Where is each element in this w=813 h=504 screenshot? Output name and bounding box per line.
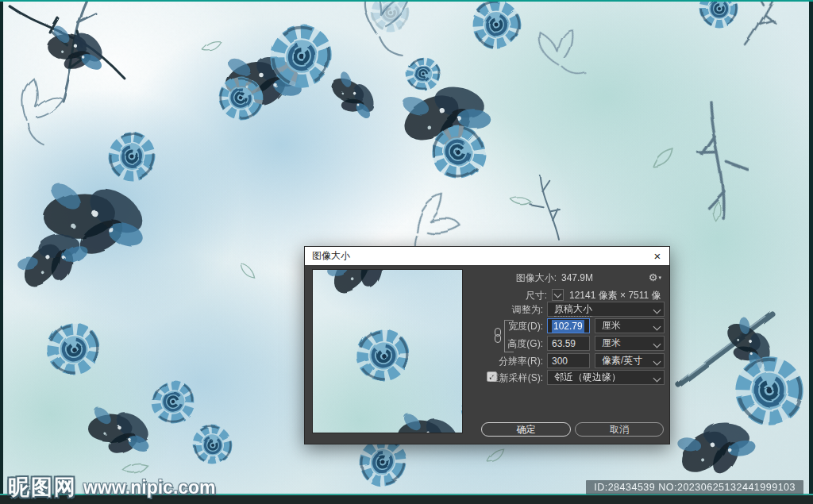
fit-to-label: 调整为: bbox=[424, 302, 543, 317]
chevron-down-icon bbox=[554, 290, 562, 298]
resolution-label: 分辨率(R): bbox=[424, 354, 543, 368]
resolution-unit-select[interactable]: 像素/英寸 bbox=[595, 353, 665, 368]
width-unit-value: 厘米 bbox=[602, 319, 621, 333]
resolution-unit-value: 像素/英寸 bbox=[602, 354, 642, 367]
dialog-titlebar[interactable]: 图像大小 × bbox=[305, 247, 669, 265]
width-value: 102.79 bbox=[552, 320, 584, 333]
dimensions-chevron-button[interactable] bbox=[552, 289, 564, 301]
resolution-value: 300 bbox=[552, 356, 568, 367]
chevron-down-icon bbox=[653, 375, 661, 383]
chevron-down-icon bbox=[653, 306, 661, 314]
dialog-title: 图像大小 bbox=[305, 249, 350, 263]
height-unit-select[interactable]: 厘米 bbox=[595, 336, 665, 351]
resample-value: 邻近（硬边缘） bbox=[554, 371, 621, 384]
watermark-url: www.nipic.com bbox=[83, 477, 216, 498]
dimensions-label: 尺寸: bbox=[428, 288, 547, 302]
resample-select[interactable]: 邻近（硬边缘） bbox=[547, 370, 665, 385]
height-label: 高度(G): bbox=[424, 337, 543, 351]
chevron-down-icon bbox=[653, 323, 661, 331]
resample-label: 重新采样(S): bbox=[424, 371, 543, 385]
desktop-background: 昵图网 www.nipic.com ID:28434539 NO:2023062… bbox=[0, 0, 813, 504]
fit-to-select[interactable]: 原稿大小 bbox=[547, 302, 665, 317]
width-unit-select[interactable]: 厘米 bbox=[595, 318, 665, 333]
resolution-input[interactable]: 300 bbox=[547, 353, 590, 368]
image-size-label: 图像大小: bbox=[437, 271, 557, 285]
width-label: 宽度(D): bbox=[424, 319, 543, 333]
image-id-badge: ID:28434539 NO:20230625132441999103 bbox=[586, 480, 803, 494]
height-value: 63.59 bbox=[552, 338, 576, 349]
close-icon[interactable]: × bbox=[645, 247, 669, 265]
chevron-down-icon bbox=[653, 358, 661, 366]
height-unit-value: 厘米 bbox=[602, 337, 621, 350]
nipic-logo: 昵图网 bbox=[8, 473, 77, 502]
cancel-button[interactable]: 取消 bbox=[575, 422, 664, 437]
watermark: 昵图网 www.nipic.com bbox=[8, 473, 216, 502]
dialog-body: 图像大小: 347.9M ⚙ 尺寸: 12141 像素 × 7511 像素 调整… bbox=[305, 265, 669, 444]
screen-top-border bbox=[0, 0, 813, 2]
image-size-value: 347.9M bbox=[561, 271, 593, 285]
chevron-down-icon bbox=[653, 340, 661, 348]
gear-icon[interactable]: ⚙ bbox=[649, 271, 661, 285]
width-input[interactable]: 102.79 bbox=[547, 318, 590, 333]
fit-to-value: 原稿大小 bbox=[554, 302, 592, 317]
height-input[interactable]: 63.59 bbox=[547, 336, 590, 351]
ok-button[interactable]: 确定 bbox=[481, 422, 571, 437]
image-size-dialog: 图像大小 × 图像大小: 347.9M ⚙ 尺寸: 12141 像素 × 751… bbox=[304, 246, 670, 444]
